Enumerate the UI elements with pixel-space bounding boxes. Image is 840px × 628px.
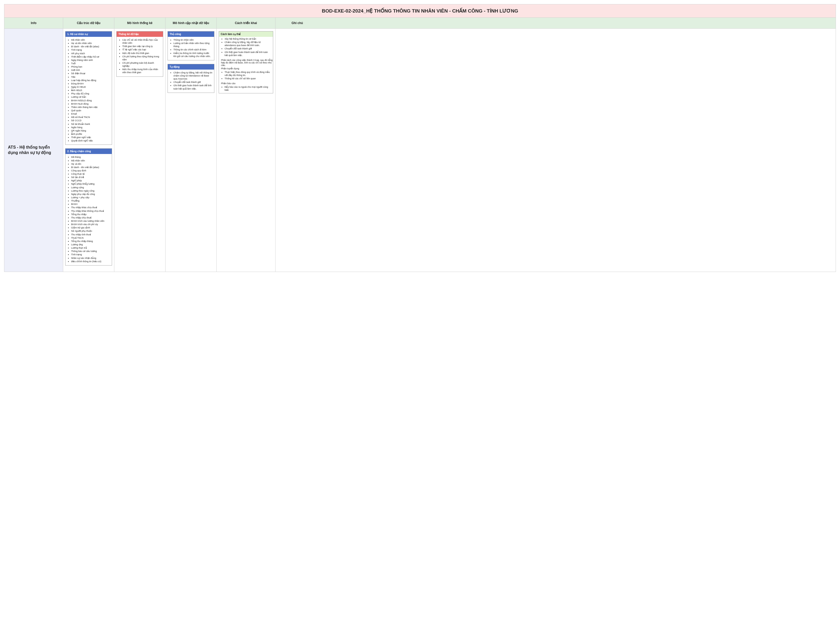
auto-list: Chấm công tự động, kết nối thông tin chấ…: [168, 69, 214, 93]
list-item: BHXH NSDLD đóng: [71, 99, 110, 102]
list-item: BHXH: [71, 203, 110, 206]
list-item: Phụ cấp đủ công: [71, 92, 110, 95]
info-text: ATS - Hệ thống tuyển dụng nhân sự tự độn…: [6, 145, 61, 156]
list-item: Tổng thu nhập: [71, 213, 110, 216]
list-item: Tổng thu nhập tháng: [71, 240, 110, 243]
list-item: Số điện thoại: [71, 72, 110, 75]
list-item: Giảm trừ gia cảnh: [71, 226, 110, 229]
list-item: Ngày phụ cấp đủ công: [71, 193, 110, 196]
list-item: Số người phụ thuộc: [71, 229, 110, 232]
card-struct-1: 1. Hồ sơ nhân sự Mã nhân viênHọ và tên n…: [65, 31, 112, 145]
card-manual: Thủ công Thông tin nhân viênLương cơ bản…: [167, 31, 214, 60]
list-item: Tình trạng: [71, 48, 110, 51]
list-item: Thời gian nghỉ việc: [71, 136, 110, 139]
list-item: Chi phí phương toàn bộ doanh nghiệp: [122, 62, 161, 68]
list-item: HR phụ trách: [71, 52, 110, 55]
list-item: QR ngân hàng: [71, 129, 110, 132]
list-item: Thâm niên tháng làm việc: [71, 106, 110, 109]
diagram-wrap: BOD-EXE-02-2024_HỆ THỐNG THÔNG TIN NHÂN …: [4, 4, 836, 272]
list-item: Ngày tháng năm sinh: [71, 58, 110, 62]
impl-g2-list: Thực hiện theo đúng quy trình và đúng mẫ…: [219, 70, 273, 81]
header-notes: Ghi chú: [275, 17, 319, 28]
list-item: Ảnh HĐLĐ: [71, 89, 110, 92]
card-header: 1. Hồ sơ nhân sự: [65, 32, 112, 37]
list-item: Họ và tên: [71, 163, 110, 166]
update-column: Thủ công Thông tin nhân viênLương cơ bản…: [166, 28, 217, 271]
list-item: Số lần đi trễ: [71, 176, 110, 179]
list-item: Thu nhập khác không chịu thuế: [71, 210, 110, 213]
list-item: Thống kê các chỉ số liên quan: [224, 77, 272, 80]
list-item: Kiểm tra thông tin tính lương trước khi …: [174, 52, 213, 58]
list-item: Email: [71, 112, 110, 115]
list-item: Mã nhân viên: [71, 159, 110, 162]
list-item: điều chỉnh thông tin (Nếu có): [71, 260, 110, 263]
list-item: Thực hiện theo đúng quy trình và đúng mẫ…: [224, 71, 272, 77]
list-item: Thu nhập khác chịu thuế: [71, 206, 110, 209]
header-structure: Cấu trúc dữ liệu: [63, 17, 114, 28]
list-item: Lương cứng: [71, 186, 110, 189]
list-item: Lương thực trả: [71, 246, 110, 249]
list-item: Thông tin các chính sách đi kèm: [174, 48, 213, 51]
list-item: Công quy định: [71, 169, 110, 172]
info-column: ATS - Hệ thống tuyển dụng nhân sự tự độn…: [4, 28, 63, 271]
header-impl: Cách triển khai: [217, 17, 275, 28]
list-item: Giới tính: [71, 69, 110, 72]
impl-g1-list: Xây hệ thống thông tin cơ bảnChấm công t…: [219, 37, 273, 58]
list-item: Mã nhân viên: [71, 38, 110, 41]
list-item: Lương ứng: [71, 243, 110, 246]
list-item: Đóng BHXH: [71, 82, 110, 85]
list-item: Đẩy báo cáo ra ngoài cho mọi người cùng …: [224, 85, 272, 92]
list-item: Tuổi: [71, 62, 110, 65]
list-item: Nghỉ phép khổg lương: [71, 182, 110, 185]
list-item: Thời điểm cập nhập hồ sơ: [71, 55, 110, 58]
card-struct-2: 2. Bảng chấm công Mã thángMã nhân viênHọ…: [65, 148, 112, 265]
notes-column: [275, 28, 319, 271]
list-item: Lương cơ bản: [71, 95, 110, 98]
impl-column: Cách làm cụ thể Xây hệ thống thông tin c…: [217, 28, 275, 271]
stats-column: Thống kê dữ liệu Các chỉ số về nhân khẩu…: [114, 28, 166, 271]
struct2-list: Mã thángMã nhân viênHọ và tênBí danh - t…: [65, 154, 112, 265]
header-update: Mô hình cập nhật dữ liệu: [166, 17, 217, 28]
list-item: Các chỉ số về nhân khẩu học của nhân viê…: [122, 38, 161, 44]
list-item: Ghi thời gian hoàn thành task để tính to…: [224, 50, 272, 57]
list-item: BHXH trích vào lương nhân viên: [71, 219, 110, 222]
header-stats: Mô hình thống kê: [114, 17, 166, 28]
list-item: Bí danh - tên viết tắt (alias): [71, 45, 110, 48]
list-item: Thu nhập chịu thuế: [71, 216, 110, 219]
list-item: Mã số thuế TNCN: [71, 116, 110, 119]
list-item: Thưởng: [71, 199, 110, 202]
list-item: Thuế TNCN: [71, 237, 110, 240]
list-item: Tình trạng: [71, 253, 110, 256]
list-item: Bí danh - tên viết tắt (alias): [71, 166, 110, 169]
body-row: ATS - Hệ thống tuyển dụng nhân sự tự độn…: [4, 28, 836, 271]
list-item: Ghi thời gian hoàn thành task để tính to…: [174, 84, 213, 90]
card-header: Cách làm cụ thể: [219, 32, 273, 37]
list-item: Chuyển đổi task thành giờ: [174, 80, 213, 84]
list-item: Lương theo ngày công: [71, 189, 110, 193]
impl-g3-title: Phần báo cáo: [221, 82, 273, 85]
manual-list: Thông tin nhân viênLương cơ bản nhân viê…: [168, 37, 214, 60]
list-item: Tỉ lệ nghỉ việc các loại: [122, 48, 161, 51]
list-item: Mức thu nhập trung bình của nhân viên th…: [122, 68, 161, 74]
list-item: Thu nhập tính thuế: [71, 233, 110, 236]
title-row: BOD-EXE-02-2024_HỆ THỐNG THÔNG TIN NHÂN …: [4, 4, 836, 17]
list-item: Chi phí lương theo từng tháng trong năm: [122, 55, 161, 61]
list-item: Công thực tế: [71, 172, 110, 175]
card-header: 2. Bảng chấm công: [65, 148, 112, 154]
impl-g1-tail: Phân tách các công việc thành 3 loại, sa…: [221, 59, 273, 66]
list-item: Chấm công tự động, lấy dữ liệu từ attend…: [224, 41, 272, 47]
list-item: Chấm công tự động, kết nối thông tin chấ…: [174, 71, 213, 80]
list-item: Xây hệ thống thông tin cơ bản: [224, 37, 272, 40]
impl-g3-list: Đẩy báo cáo ra ngoài cho mọi người cùng …: [219, 85, 273, 93]
list-item: BHXH trích vào chi phí cty: [71, 223, 110, 226]
list-item: Họ và tên nhân viên: [71, 42, 110, 45]
list-item: Số CCCD: [71, 119, 110, 122]
list-item: Thời gian làm việc tại công ty: [122, 45, 161, 48]
card-auto: Tự động Chấm công tự động, kết nối thông…: [167, 64, 214, 93]
list-item: Ảnh profile: [71, 133, 110, 136]
list-item: Thông báo cơ cấu lương: [71, 250, 110, 253]
list-item: Mức độ tuân thủ thời gian: [122, 52, 161, 55]
page-title: BOD-EXE-02-2024_HỆ THỐNG THÔNG TIN NHÂN …: [6, 8, 834, 14]
list-item: Quê quán: [71, 109, 110, 112]
list-item: Chuyển đổi task thành giờ: [224, 47, 272, 50]
